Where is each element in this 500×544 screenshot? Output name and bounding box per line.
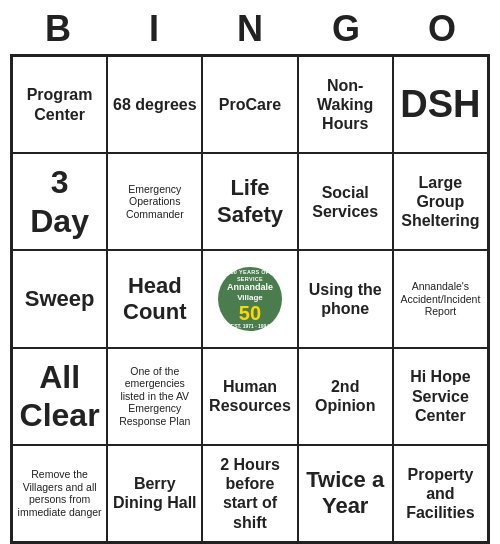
cell-g5: Twice a Year	[298, 445, 393, 542]
cell-b5: Remove the Villagers and all persons fro…	[12, 445, 107, 542]
cell-i5: Berry Dining Hall	[107, 445, 202, 542]
cell-b2: 3 Day	[12, 153, 107, 250]
cell-n1: ProCare	[202, 56, 297, 153]
cell-g3: Using the phone	[298, 250, 393, 347]
letter-i: I	[116, 8, 192, 50]
cell-b4: All Clear	[12, 348, 107, 445]
annandale-logo: 50 YEARS OF SERVICE Annandale Village 50…	[218, 267, 282, 331]
cell-o4: Hi Hope Service Center	[393, 348, 488, 445]
cell-b1: Program Center	[12, 56, 107, 153]
cell-b3: Sweep	[12, 250, 107, 347]
cell-n3: 50 YEARS OF SERVICE Annandale Village 50…	[202, 250, 297, 347]
cell-o3: Annandale's Accident/Incident Report	[393, 250, 488, 347]
cell-g4: 2nd Opinion	[298, 348, 393, 445]
cell-o1: DSH	[393, 56, 488, 153]
cell-n4: Human Resources	[202, 348, 297, 445]
cell-n2: Life Safety	[202, 153, 297, 250]
cell-i2: Emergency Operations Commander	[107, 153, 202, 250]
cell-i3: Head Count	[107, 250, 202, 347]
cell-g2: Social Services	[298, 153, 393, 250]
cell-n5: 2 Hours before start of shift	[202, 445, 297, 542]
cell-o2: Large Group Sheltering	[393, 153, 488, 250]
bingo-grid: Program Center 68 degrees ProCare Non-Wa…	[10, 54, 490, 544]
cell-g1: Non-Waking Hours	[298, 56, 393, 153]
letter-b: B	[20, 8, 96, 50]
bingo-title-row: B I N G O	[10, 0, 490, 54]
letter-n: N	[212, 8, 288, 50]
cell-i1: 68 degrees	[107, 56, 202, 153]
cell-i4: One of the emergencies listed in the AV …	[107, 348, 202, 445]
letter-g: G	[308, 8, 384, 50]
cell-o5: Property and Facilities	[393, 445, 488, 542]
letter-o: O	[404, 8, 480, 50]
